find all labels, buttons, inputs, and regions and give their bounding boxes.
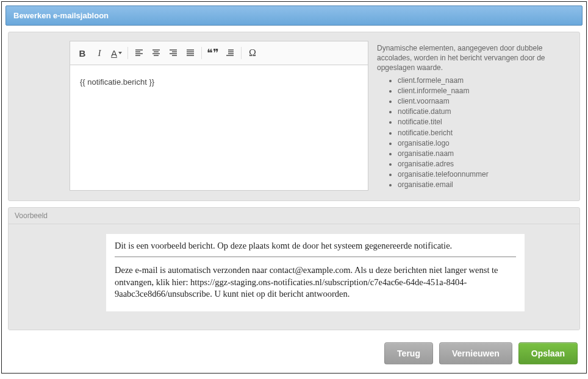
variable-item: organisatie.logo bbox=[398, 138, 571, 148]
align-justify-button[interactable] bbox=[182, 45, 199, 61]
preview-panel-body: Dit is een voorbeeld bericht. Op deze pl… bbox=[9, 224, 579, 330]
variable-item: client.voornaam bbox=[398, 96, 571, 106]
blockquote-button[interactable]: ❝❞ bbox=[204, 45, 221, 61]
italic-button[interactable]: I bbox=[91, 45, 108, 61]
refresh-button[interactable]: Vernieuwen bbox=[439, 342, 512, 364]
toolbar-separator bbox=[241, 47, 242, 59]
toolbar-separator bbox=[127, 47, 128, 59]
align-center-icon bbox=[152, 49, 160, 57]
underline-button[interactable]: A bbox=[108, 45, 125, 61]
save-button[interactable]: Opslaan bbox=[518, 342, 578, 364]
preview-panel: Voorbeeld Dit is een voorbeeld bericht. … bbox=[8, 207, 580, 330]
align-center-button[interactable] bbox=[148, 45, 165, 61]
variables-help-intro: Dynamische elementen, aangegeven door du… bbox=[377, 43, 571, 73]
variable-item: organisatie.email bbox=[398, 180, 571, 190]
editor-toolbar: B I A bbox=[70, 41, 368, 65]
variable-item: notificatie.bericht bbox=[398, 128, 571, 138]
variable-item: organisatie.adres bbox=[398, 159, 571, 169]
preview-line-1: Dit is een voorbeeld bericht. Op deze pl… bbox=[115, 240, 516, 252]
preview-divider bbox=[115, 257, 516, 257]
align-left-button[interactable] bbox=[131, 45, 148, 61]
button-row: Terug Vernieuwen Opslaan bbox=[2, 336, 586, 364]
editor-panel: B I A bbox=[8, 32, 580, 201]
align-justify-icon bbox=[186, 49, 195, 57]
toolbar-separator bbox=[201, 47, 202, 59]
align-right-icon bbox=[169, 49, 177, 57]
variable-item: notificatie.datum bbox=[398, 107, 571, 116]
variable-item: client.informele_naam bbox=[398, 86, 571, 96]
preview-line-2: Deze e-mail is automatisch verzonden naa… bbox=[115, 264, 516, 300]
align-right-button[interactable] bbox=[165, 45, 182, 61]
dialog-header: Bewerken e-mailsjabloon bbox=[5, 5, 583, 26]
variable-item: organisatie.telefoonnummer bbox=[398, 169, 571, 179]
outdent-button[interactable] bbox=[221, 45, 238, 61]
variable-item: organisatie.naam bbox=[398, 149, 571, 158]
outdent-icon bbox=[226, 49, 234, 57]
bold-button[interactable]: B bbox=[74, 45, 91, 61]
align-left-icon bbox=[135, 49, 143, 57]
editor-textarea[interactable]: {{ notificatie.bericht }} bbox=[70, 65, 368, 187]
variables-list: client.formele_naamclient.informele_naam… bbox=[398, 76, 571, 190]
variable-item: notificatie.titel bbox=[398, 117, 571, 127]
variable-item: client.formele_naam bbox=[398, 76, 571, 85]
back-button[interactable]: Terug bbox=[384, 342, 433, 364]
rich-text-editor: B I A bbox=[70, 41, 368, 191]
preview-mail: Dit is een voorbeeld bericht. Op deze pl… bbox=[106, 234, 525, 311]
variables-help: Dynamische elementen, aangegeven door du… bbox=[377, 41, 571, 191]
page-frame: Bewerken e-mailsjabloon B I A bbox=[1, 1, 587, 374]
editor-content-text: {{ notificatie.bericht }} bbox=[80, 77, 154, 87]
special-char-button[interactable]: Ω bbox=[244, 45, 261, 61]
preview-panel-title: Voorbeeld bbox=[9, 208, 579, 224]
editor-panel-body: B I A bbox=[9, 32, 579, 200]
dialog-title: Bewerken e-mailsjabloon bbox=[13, 11, 109, 20]
